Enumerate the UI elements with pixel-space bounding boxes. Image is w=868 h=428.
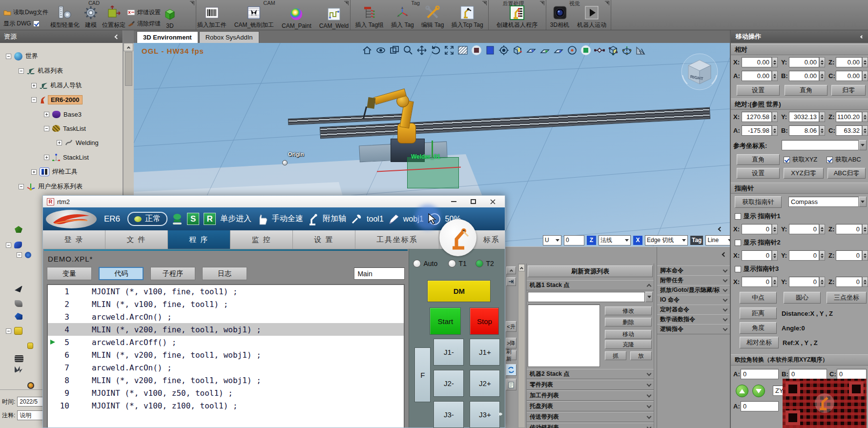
abs-y-spinner[interactable] [819,112,825,122]
group-expand-icon[interactable] [605,1,609,5]
expand-toggle-icon[interactable] [31,83,37,88]
tree-item[interactable] [6,240,22,250]
tree-item[interactable] [15,364,22,375]
t1-mode-radio[interactable]: T1 [448,260,466,267]
tab-log[interactable]: 日志 [202,267,247,280]
tree-item-er6-2000[interactable]: ER6-2000 [31,94,82,105]
robot-motion-button[interactable]: 机器人运动 [575,5,608,29]
raise-button[interactable]: <升 [506,321,517,332]
euler-up-button[interactable] [736,385,748,397]
rel-x-input[interactable]: 0.00 [742,57,772,67]
protractor-icon[interactable] [635,44,646,56]
aux-axis-label[interactable]: 附加轴 [323,214,346,224]
tab-robox-sysaddin[interactable]: Robox SysAddIn [199,31,259,43]
code-line[interactable]: 3arcweld.ArcOn() ; [48,310,404,323]
minimize-button[interactable] [445,197,462,206]
code-line[interactable]: 2MLIN (*, v100, fine, tool1) ; [48,298,404,310]
f-button[interactable]: F [414,347,431,402]
checkbox-checked-icon[interactable] [33,20,40,27]
dock-scrollbar[interactable] [518,264,525,428]
tool-label[interactable]: tool1 [367,215,384,224]
compass2-x-input[interactable]: 0 [742,250,772,261]
compass3-x-input[interactable]: 0 [742,277,772,287]
rel-c-input[interactable]: 0.00 [836,71,862,81]
menu-monitor[interactable]: 监 控 [230,230,293,249]
r-mode-button[interactable]: R [204,213,216,225]
get-compass-button[interactable]: 获取指南针 [735,196,782,208]
rtm2-window[interactable]: R rtm2 ER6 正常 S R 单步进入 手动全速 附加轴 tool1 wo… [42,195,505,428]
orbit-point-icon[interactable] [566,44,578,56]
tree-item[interactable] [15,284,22,294]
cam-milling-button[interactable]: CAM_铣削加工 [232,5,276,29]
value-input[interactable]: 0 [564,235,584,245]
home-view-icon[interactable] [361,44,372,56]
abs-z-input[interactable]: 1100.20 [836,112,862,122]
position-calibration-button[interactable]: 位置标定 [100,5,127,29]
section-attached-tasks[interactable]: 附带任务 [657,275,730,285]
axis-select[interactable]: U [543,235,561,245]
view-eye-icon[interactable] [375,44,386,56]
rel-z-input[interactable]: 0.00 [836,57,862,67]
more-panel-button[interactable] [498,413,502,415]
lower-button[interactable]: >降 [506,338,517,348]
code-line-current[interactable]: 5arcweld.ArcOff() ; [48,336,404,348]
relative-coord-button[interactable]: 相对坐标 [740,337,779,348]
compass-select[interactable]: Compass [788,197,859,207]
euler-c-input[interactable]: 0 [837,369,867,379]
scrollbar-thumb[interactable] [125,52,132,86]
3d-camera-button[interactable]: 3D相机 [548,5,571,29]
measure-icon[interactable] [594,44,605,56]
abs-b-input[interactable]: 8.06 [789,125,819,136]
section-chain-list[interactable]: 传动链列表 [527,423,654,428]
code-line[interactable]: 8MLIN (*, v200, fine, tool1, wobj1) ; [48,374,404,387]
code-listing[interactable]: 1MJOINT (*, v100, fine, tool1) ; 2MLIN (… [47,284,405,428]
compass1-x-input[interactable]: 0 [742,224,772,234]
scroll-up-button[interactable] [124,43,133,51]
group-expand-icon[interactable] [190,1,194,5]
rel-set-button[interactable]: 设置 [737,85,780,96]
rel-x-spinner[interactable] [772,57,778,67]
tab-3d-environment[interactable]: 3D Environment [137,31,198,43]
stop-button[interactable]: Stop [470,307,499,335]
estop-icon[interactable] [172,213,183,225]
euler-result-a-input[interactable]: 0 [741,401,779,411]
tree-item-machine-list[interactable]: 机器列表 [19,65,63,76]
tree-item[interactable] [15,311,22,322]
menu-tool-frame[interactable]: 工具坐标系 [355,230,439,249]
tree-item[interactable] [15,224,22,235]
insert-tag-button[interactable]: 插入 Tag [389,5,416,29]
pan-icon[interactable] [416,44,427,56]
group-expand-icon[interactable] [482,1,487,5]
show-compass2-checkbox[interactable]: 显示 指南针2 [735,238,781,247]
compass1-y-input[interactable]: 0 [789,224,819,234]
abs-y-input[interactable]: 3032.13 [789,112,819,122]
compass3-y-input[interactable]: 0 [789,277,819,287]
center-target-icon[interactable] [498,44,509,56]
compass1-z-input[interactable]: 0 [836,224,862,234]
clone-button[interactable]: 克隆 [605,340,652,349]
collapse-toggle-icon[interactable] [6,243,11,248]
bounding-box-icon[interactable] [607,44,619,56]
section-workpiece-list[interactable]: 加工件列表 [527,390,654,401]
j1-plus-button[interactable]: J1+ [470,339,500,366]
code-line[interactable]: 9MJOINT (*, v100, z50, tool1) ; [48,387,404,399]
spinner[interactable] [772,277,778,287]
window-titlebar[interactable]: R rtm2 [43,196,505,207]
section-logic-commands[interactable]: 逻辑指令 [657,324,730,334]
expand-toggle-icon[interactable] [44,155,49,160]
collapse-up-button[interactable] [506,266,516,274]
section-machine1-stack[interactable]: 机器1 Stack 点 [527,280,654,290]
spinner[interactable] [772,250,778,261]
edit-tag-button[interactable]: 编辑 Tag [419,5,446,29]
section-timer-commands[interactable]: 定时器命令 [657,305,730,315]
collapse-toggle-icon[interactable] [6,54,11,59]
collapse-sidebar-icon[interactable] [115,34,120,39]
tree-item-world[interactable]: 世界 [6,51,38,61]
line-select[interactable]: Line [705,235,730,245]
code-line[interactable]: 7arcweld.ArcOn() ; [48,361,404,374]
move-button[interactable]: 移动 [605,330,652,339]
abs-c-input[interactable]: 63.32 [836,125,862,136]
wireframe-view-icon[interactable] [484,44,496,56]
compass2-y-input[interactable]: 0 [789,250,819,261]
start-button[interactable]: Start [430,307,461,335]
